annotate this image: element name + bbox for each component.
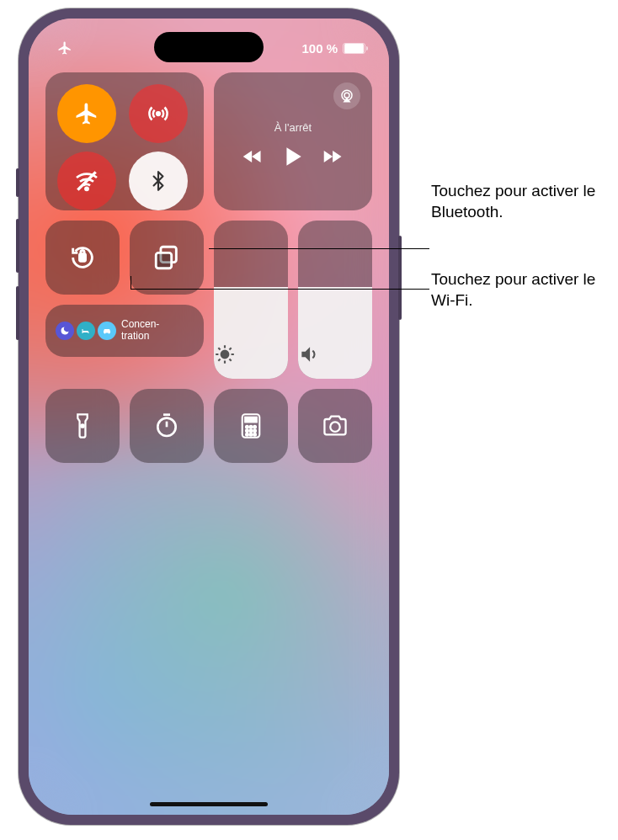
rotation-lock-icon (68, 243, 97, 272)
airplay-button[interactable] (333, 82, 360, 109)
rotation-lock-toggle[interactable] (45, 221, 120, 295)
focus-mode-icons (56, 322, 116, 340)
svg-point-27 (253, 429, 256, 432)
next-track-button[interactable] (322, 147, 344, 166)
battery-icon (343, 43, 365, 54)
ringer-switch (16, 168, 19, 197)
dynamic-island (154, 32, 264, 62)
svg-point-17 (81, 424, 83, 427)
media-controls (242, 146, 344, 167)
svg-point-26 (250, 429, 253, 432)
svg-point-30 (253, 433, 256, 436)
svg-line-16 (229, 348, 231, 349)
battery-percent-label: 100 % (301, 41, 338, 56)
screen: 100 % (29, 19, 389, 815)
volume-slider[interactable] (298, 221, 372, 379)
screen-mirroring-button[interactable] (130, 221, 204, 295)
svg-rect-7 (156, 253, 171, 268)
bluetooth-toggle[interactable] (129, 152, 188, 210)
focus-label: Concen- tration (121, 319, 159, 343)
callout-line-wifi (131, 289, 429, 290)
calculator-icon (240, 412, 262, 439)
camera-icon (322, 414, 349, 438)
status-right: 100 % (301, 41, 365, 56)
svg-line-15 (218, 359, 220, 360)
volume-down-button (16, 286, 19, 340)
media-status-label: À l'arrêt (274, 121, 312, 134)
svg-point-24 (253, 426, 256, 428)
svg-point-8 (221, 351, 229, 359)
wifi-off-icon (73, 167, 100, 194)
svg-line-13 (218, 348, 220, 349)
svg-point-25 (246, 429, 248, 432)
phone-frame: 100 % (19, 8, 399, 825)
svg-point-1 (85, 188, 88, 190)
airplane-icon (74, 101, 99, 126)
moon-icon (56, 322, 74, 340)
brightness-icon (214, 343, 288, 365)
brightness-slider[interactable] (214, 221, 288, 379)
svg-point-28 (246, 433, 248, 436)
bed-icon (77, 322, 95, 340)
svg-point-31 (330, 422, 339, 431)
svg-point-0 (157, 112, 160, 115)
status-left (52, 40, 72, 56)
play-button[interactable] (284, 146, 302, 167)
media-tile[interactable]: À l'arrêt (214, 72, 372, 210)
airplay-icon (339, 88, 354, 104)
svg-point-29 (250, 433, 253, 436)
focus-button[interactable]: Concen- tration (45, 305, 204, 357)
svg-line-14 (229, 359, 231, 360)
callout-line-wifi-v (131, 276, 131, 289)
svg-point-22 (246, 426, 248, 428)
airplane-mode-indicator-icon (57, 40, 72, 56)
cellular-data-toggle[interactable] (129, 84, 188, 143)
previous-track-button[interactable] (242, 147, 264, 166)
antenna-icon (146, 101, 171, 126)
volume-up-button (16, 219, 19, 273)
callout-wifi: Touchez pour activer le Wi-Fi. (431, 269, 608, 311)
svg-point-23 (250, 426, 253, 428)
calculator-button[interactable] (214, 389, 288, 463)
connectivity-tile[interactable] (45, 72, 204, 210)
camera-button[interactable] (298, 389, 372, 463)
car-icon (98, 322, 116, 340)
callout-line-bluetooth (209, 248, 429, 249)
control-center: À l'arrêt (45, 72, 372, 463)
bluetooth-icon (147, 170, 169, 192)
svg-rect-5 (79, 254, 85, 262)
volume-icon (298, 343, 372, 365)
wifi-toggle[interactable] (57, 152, 116, 210)
home-indicator[interactable] (150, 802, 268, 806)
svg-point-3 (344, 93, 349, 98)
timer-button[interactable] (130, 389, 204, 463)
callout-bluetooth: Touchez pour activer le Bluetooth. (431, 181, 608, 222)
flashlight-button[interactable] (45, 389, 120, 463)
svg-rect-21 (245, 417, 257, 423)
screen-mirroring-icon (152, 243, 181, 272)
flashlight-icon (72, 412, 93, 439)
timer-icon (153, 412, 180, 439)
airplane-mode-toggle[interactable] (57, 84, 116, 143)
